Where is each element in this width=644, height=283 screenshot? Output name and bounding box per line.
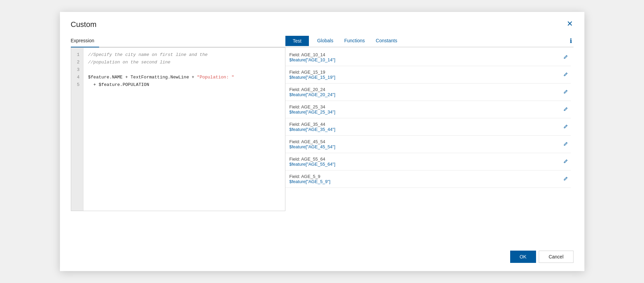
edit-icon-button[interactable] xyxy=(561,107,571,113)
edit-icon-button[interactable] xyxy=(561,55,571,60)
globals-field-label: Field: AGE_25_34 xyxy=(289,104,335,109)
list-item: Field: AGE_55_64$feature["AGE_55_64"] xyxy=(285,153,571,170)
globals-item-text: Field: AGE_20_24$feature["AGE_20_24"] xyxy=(289,87,335,97)
dialog-header: Custom ✕ xyxy=(71,20,574,29)
code-editor[interactable]: 1 2 3 4 5 //Specify the city name on fir… xyxy=(71,47,285,211)
right-scroll-area: Field: AGE_10_14$feature["AGE_10_14"]Fie… xyxy=(285,47,574,242)
ok-button[interactable]: OK xyxy=(510,251,536,263)
edit-icon-button[interactable] xyxy=(561,176,571,182)
list-item: Field: AGE_45_54$feature["AGE_45_54"] xyxy=(285,136,571,153)
globals-item-text: Field: AGE_55_64$feature["AGE_55_64"] xyxy=(289,157,335,167)
list-item: Field: AGE_10_14$feature["AGE_10_14"] xyxy=(285,49,571,66)
globals-item-text: Field: AGE_45_54$feature["AGE_45_54"] xyxy=(289,139,335,149)
tab-expression[interactable]: Expression xyxy=(71,35,99,47)
dialog-footer: OK Cancel xyxy=(71,251,574,263)
left-panel: Expression 1 2 3 4 5 //Specify the city … xyxy=(71,35,285,242)
globals-item-text: Field: AGE_25_34$feature["AGE_25_34"] xyxy=(289,104,335,115)
globals-field-value[interactable]: $feature["AGE_55_64"] xyxy=(289,162,335,167)
info-button[interactable]: ℹ xyxy=(568,37,574,45)
dialog-body: Expression 1 2 3 4 5 //Specify the city … xyxy=(71,35,574,242)
globals-field-label: Field: AGE_5_9 xyxy=(289,174,331,179)
list-item: Field: AGE_20_24$feature["AGE_20_24"] xyxy=(285,84,571,101)
close-button[interactable]: ✕ xyxy=(566,20,574,28)
globals-field-value[interactable]: $feature["AGE_25_34"] xyxy=(289,109,335,115)
tab-globals[interactable]: Globals xyxy=(312,35,339,47)
dialog-title: Custom xyxy=(71,20,97,29)
edit-icon-button[interactable] xyxy=(561,159,571,165)
list-item: Field: AGE_5_9$feature["AGE_5_9"] xyxy=(285,170,571,188)
list-item: Field: AGE_15_19$feature["AGE_15_19"] xyxy=(285,66,571,84)
edit-icon-button[interactable] xyxy=(561,142,571,147)
list-item: Field: AGE_25_34$feature["AGE_25_34"] xyxy=(285,101,571,118)
test-button[interactable]: Test xyxy=(285,36,309,46)
globals-field-value[interactable]: $feature["AGE_15_19"] xyxy=(289,75,335,80)
globals-field-value[interactable]: $feature["AGE_5_9"] xyxy=(289,179,331,184)
globals-field-label: Field: AGE_45_54 xyxy=(289,139,335,144)
globals-item-text: Field: AGE_15_19$feature["AGE_15_19"] xyxy=(289,70,335,80)
globals-field-label: Field: AGE_35_44 xyxy=(289,122,335,127)
edit-icon-button[interactable] xyxy=(561,124,571,130)
globals-field-label: Field: AGE_10_14 xyxy=(289,52,335,57)
globals-field-label: Field: AGE_20_24 xyxy=(289,87,335,92)
edit-icon-button[interactable] xyxy=(561,72,571,78)
code-textarea[interactable]: //Specify the city name on first line an… xyxy=(83,48,285,211)
globals-field-value[interactable]: $feature["AGE_20_24"] xyxy=(289,92,335,97)
globals-list: Field: AGE_10_14$feature["AGE_10_14"]Fie… xyxy=(285,49,574,242)
globals-item-text: Field: AGE_10_14$feature["AGE_10_14"] xyxy=(289,52,335,62)
tab-constants[interactable]: Constants xyxy=(370,35,403,47)
globals-field-value[interactable]: $feature["AGE_45_54"] xyxy=(289,144,335,149)
cancel-button[interactable]: Cancel xyxy=(539,251,574,263)
right-tabs-row: Test Globals Functions Constants ℹ xyxy=(285,35,574,47)
tab-functions[interactable]: Functions xyxy=(339,35,371,47)
globals-item-text: Field: AGE_5_9$feature["AGE_5_9"] xyxy=(289,174,331,184)
custom-dialog: Custom ✕ Expression 1 2 3 4 5 //Specify … xyxy=(60,12,584,271)
line-numbers: 1 2 3 4 5 xyxy=(71,48,83,211)
edit-icon-button[interactable] xyxy=(561,89,571,95)
globals-item-text: Field: AGE_35_44$feature["AGE_35_44"] xyxy=(289,122,335,132)
globals-field-value[interactable]: $feature["AGE_10_14"] xyxy=(289,57,335,62)
list-item: Field: AGE_35_44$feature["AGE_35_44"] xyxy=(285,118,571,136)
expression-tabs-row: Expression xyxy=(71,35,285,47)
globals-field-label: Field: AGE_15_19 xyxy=(289,70,335,75)
right-panel: Test Globals Functions Constants ℹ Field… xyxy=(285,35,574,242)
globals-field-label: Field: AGE_55_64 xyxy=(289,157,335,162)
globals-field-value[interactable]: $feature["AGE_35_44"] xyxy=(289,127,335,132)
